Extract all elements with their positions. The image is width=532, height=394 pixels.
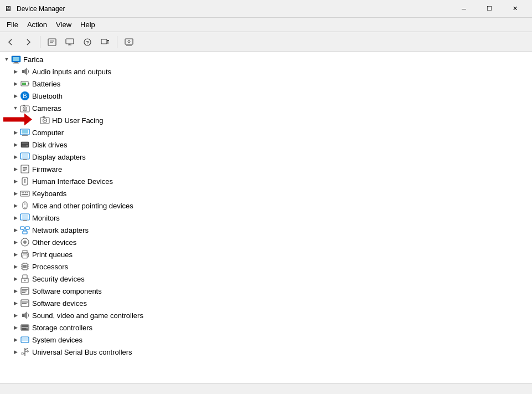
hid-expand[interactable]: ▶ bbox=[11, 177, 20, 186]
tree-item-other[interactable]: ▶ Other devices bbox=[0, 236, 532, 248]
svg-rect-68 bbox=[25, 227, 29, 229]
menu-action[interactable]: Action bbox=[23, 19, 51, 30]
storage-expand[interactable]: ▶ bbox=[11, 323, 20, 332]
toolbar-properties[interactable] bbox=[44, 34, 60, 50]
monitors-label: Monitors bbox=[32, 214, 60, 222]
bluetooth-expand[interactable]: ▶ bbox=[11, 91, 20, 100]
sound-expand[interactable]: ▶ bbox=[11, 311, 20, 320]
security-expand[interactable]: ▶ bbox=[11, 274, 20, 283]
system-expand[interactable]: ▶ bbox=[11, 335, 20, 344]
toolbar-scan[interactable] bbox=[121, 34, 137, 50]
maximize-button[interactable]: ☐ bbox=[477, 0, 502, 18]
app-icon: 🖥 bbox=[4, 4, 13, 13]
svg-rect-53 bbox=[24, 180, 25, 183]
tree-item-storage[interactable]: ▶ Storage controllers bbox=[0, 321, 532, 334]
toolbar-computer[interactable] bbox=[61, 34, 78, 50]
display-icon bbox=[20, 152, 30, 162]
other-expand[interactable]: ▶ bbox=[11, 238, 20, 247]
security-label: Security devices bbox=[32, 275, 85, 283]
computer-label: Computer bbox=[32, 129, 64, 137]
svg-rect-21 bbox=[28, 83, 29, 85]
software-devices-expand[interactable]: ▶ bbox=[11, 299, 20, 308]
tree-item-monitors[interactable]: ▶ Monitors bbox=[0, 212, 532, 224]
batteries-label: Batteries bbox=[32, 80, 60, 88]
menu-view[interactable]: View bbox=[51, 19, 76, 30]
svg-rect-16 bbox=[14, 62, 18, 63]
audio-expand[interactable]: ▶ bbox=[11, 67, 20, 76]
print-icon bbox=[20, 249, 30, 259]
svg-rect-76 bbox=[23, 255, 27, 258]
tree-item-sound[interactable]: ▶ Sound, video and game controllers bbox=[0, 309, 532, 321]
monitors-expand[interactable]: ▶ bbox=[11, 213, 20, 222]
tree-root[interactable]: ▼ Farica bbox=[0, 53, 532, 65]
mice-expand[interactable]: ▶ bbox=[11, 201, 20, 210]
disk-expand[interactable]: ▶ bbox=[11, 140, 20, 149]
firmware-expand[interactable]: ▶ bbox=[11, 165, 20, 173]
system-icon bbox=[20, 335, 30, 345]
cameras-expand[interactable]: ▼ bbox=[11, 104, 20, 112]
svg-point-73 bbox=[23, 241, 27, 244]
tree-item-software-devices[interactable]: ▶ Software devices bbox=[0, 297, 532, 309]
tree-item-firmware[interactable]: ▶ Firmware bbox=[0, 163, 532, 175]
tree-item-hd-user-facing[interactable]: ▶ HD User Facing bbox=[0, 114, 532, 126]
root-expand[interactable]: ▼ bbox=[2, 55, 11, 64]
tree-item-system[interactable]: ▶ System devices bbox=[0, 334, 532, 346]
computer-expand[interactable]: ▶ bbox=[11, 128, 20, 137]
svg-rect-10 bbox=[107, 40, 109, 41]
toolbar-sep-1 bbox=[40, 36, 40, 48]
tree-item-bluetooth[interactable]: ▶ B Bluetooth bbox=[0, 90, 532, 102]
svg-rect-65 bbox=[23, 220, 27, 221]
tree-item-batteries[interactable]: ▶ Batteries bbox=[0, 78, 532, 90]
svg-rect-44 bbox=[22, 154, 28, 158]
svg-point-27 bbox=[24, 108, 26, 110]
tree-item-print[interactable]: ▶ Print queues bbox=[0, 248, 532, 260]
tree-item-display[interactable]: ▶ Display adapters bbox=[0, 151, 532, 163]
tree-item-mice[interactable]: ▶ Mice and other pointing devices bbox=[0, 199, 532, 212]
batteries-expand[interactable]: ▶ bbox=[11, 79, 20, 88]
tree-item-usb[interactable]: ▶ Universal Serial Bus controllers bbox=[0, 346, 532, 358]
toolbar-help[interactable]: ? bbox=[79, 34, 96, 50]
toolbar-back[interactable] bbox=[2, 34, 19, 50]
svg-rect-102 bbox=[22, 314, 24, 317]
tree-item-hid[interactable]: ▶ Human Interface Devices bbox=[0, 175, 532, 187]
sound-label: Sound, video and game controllers bbox=[32, 311, 143, 320]
svg-rect-45 bbox=[23, 159, 27, 160]
network-expand[interactable]: ▶ bbox=[11, 226, 20, 234]
svg-rect-66 bbox=[23, 221, 27, 221]
software-components-expand[interactable]: ▶ bbox=[11, 286, 20, 295]
root-icon bbox=[11, 54, 21, 64]
usb-expand[interactable]: ▶ bbox=[11, 347, 20, 356]
toolbar-forward[interactable] bbox=[20, 34, 37, 50]
bluetooth-icon: B bbox=[20, 91, 30, 101]
tree-item-security[interactable]: ▶ Security devices bbox=[0, 273, 532, 285]
title-bar: 🖥 Device Manager ─ ☐ ✕ bbox=[0, 0, 532, 18]
status-bar bbox=[0, 383, 532, 394]
software-devices-icon bbox=[20, 298, 30, 308]
tree-item-processors[interactable]: ▶ bbox=[0, 260, 532, 273]
svg-rect-18 bbox=[22, 70, 24, 73]
minimize-button[interactable]: ─ bbox=[451, 0, 477, 18]
svg-rect-34 bbox=[43, 116, 45, 118]
keyboards-expand[interactable]: ▶ bbox=[11, 189, 20, 198]
tree-item-audio[interactable]: ▶ Audio inputs and outputs bbox=[0, 65, 532, 78]
tree-item-software-components[interactable]: ▶ Software components bbox=[0, 285, 532, 297]
tree-item-disk[interactable]: ▶ Disk drives bbox=[0, 139, 532, 151]
toolbar: ? bbox=[0, 32, 532, 52]
close-button[interactable]: ✕ bbox=[502, 0, 528, 18]
menu-file[interactable]: File bbox=[2, 19, 23, 30]
tree-item-cameras[interactable]: ▼ Cameras bbox=[0, 102, 532, 114]
processors-expand[interactable]: ▶ bbox=[11, 262, 20, 271]
svg-rect-64 bbox=[22, 215, 28, 219]
svg-rect-37 bbox=[23, 135, 27, 135]
tree-item-network[interactable]: ▶ Network adapters bbox=[0, 224, 532, 236]
tree-item-computer[interactable]: ▶ Computer bbox=[0, 126, 532, 139]
svg-rect-17 bbox=[13, 63, 19, 64]
tree-item-keyboards[interactable]: ▶ Keyboards bbox=[0, 187, 532, 199]
display-expand[interactable]: ▶ bbox=[11, 152, 20, 161]
svg-marker-103 bbox=[24, 311, 27, 319]
svg-point-33 bbox=[44, 120, 46, 121]
print-expand[interactable]: ▶ bbox=[11, 250, 20, 259]
svg-rect-49 bbox=[23, 168, 27, 170]
toolbar-update[interactable] bbox=[97, 34, 113, 50]
menu-help[interactable]: Help bbox=[76, 19, 100, 30]
